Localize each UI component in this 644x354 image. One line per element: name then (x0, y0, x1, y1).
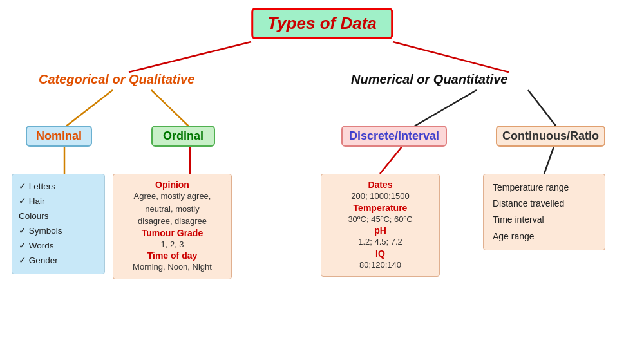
title-text: Types of Data (267, 14, 377, 33)
ordinal-item: Opinion (121, 180, 223, 190)
svg-line-9 (544, 147, 554, 174)
categorical-label: Categorical or Qualitative (39, 72, 194, 87)
continuous-item: Temperature range (493, 180, 596, 196)
discrete-item: IQ (329, 248, 431, 259)
svg-line-8 (380, 147, 402, 174)
svg-line-2 (64, 90, 113, 127)
continuous-box: Continuous/Ratio (496, 126, 605, 147)
title-box: Types of Data (251, 8, 393, 39)
ordinal-item: neutral, mostly (121, 203, 223, 216)
discrete-item: 1.2; 4.5; 7.2 (329, 236, 431, 248)
continuous-item: Distance travelled (493, 196, 596, 212)
discrete-item: 30ºC; 45ºC; 60ºC (329, 213, 431, 226)
ordinal-item: Morning, Noon, Night (121, 261, 223, 274)
nominal-box: Nominal (26, 126, 92, 147)
nominal-content: ✓ Letters✓ Hair Colours✓ Symbols✓ Words✓… (12, 174, 105, 274)
ordinal-item: Agree, mostly agree, (121, 190, 223, 203)
svg-line-4 (412, 90, 477, 127)
nominal-item: ✓ Hair (19, 194, 98, 209)
ordinal-item: disagree, disagree (121, 215, 223, 228)
diagram: Types of Data Categorical or Qualitative… (0, 0, 644, 354)
discrete-item: pH (329, 225, 431, 236)
svg-line-1 (393, 42, 509, 72)
discrete-content: Dates200; 1000;1500Temperature30ºC; 45ºC… (321, 174, 440, 277)
continuous-item: Time interval (493, 212, 596, 228)
discrete-item: 200; 1000;1500 (329, 190, 431, 203)
nominal-item: ✓ Words (19, 239, 98, 254)
svg-line-0 (129, 42, 251, 72)
discrete-box: Discrete/Interval (341, 126, 447, 147)
continuous-item: Age range (493, 228, 596, 245)
discrete-item: Dates (329, 180, 431, 190)
ordinal-item: Tumour Grade (121, 228, 223, 238)
nominal-item: ✓ Symbols (19, 224, 98, 239)
nominal-item: ✓ Gender (19, 254, 98, 268)
numerical-label: Numerical or Quantitative (351, 72, 507, 87)
discrete-item: Temperature (329, 203, 431, 213)
continuous-content: Temperature rangeDistance travelledTime … (483, 174, 605, 250)
nominal-item: ✓ Letters (19, 180, 98, 194)
ordinal-content: OpinionAgree, mostly agree,neutral, most… (113, 174, 232, 279)
ordinal-item: Time of day (121, 250, 223, 261)
nominal-item: Colours (19, 209, 98, 224)
ordinal-box: Ordinal (151, 126, 215, 147)
ordinal-item: 1, 2, 3 (121, 238, 223, 251)
discrete-item: 80;120;140 (329, 259, 431, 272)
svg-line-5 (528, 90, 557, 127)
svg-line-3 (151, 90, 190, 127)
